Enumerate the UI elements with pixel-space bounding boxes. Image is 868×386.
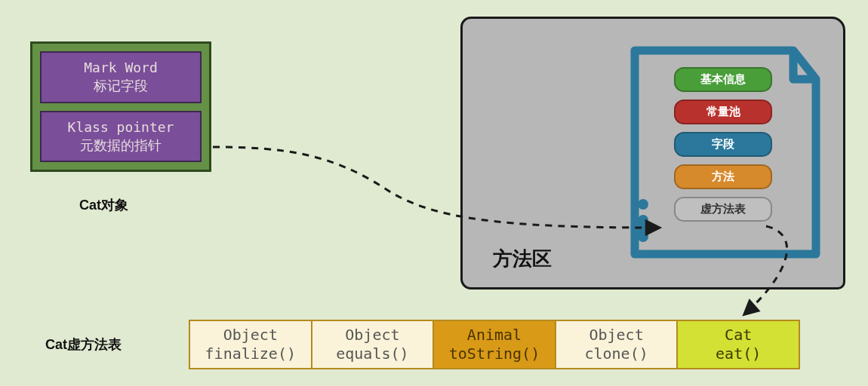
pill-field: 字段 xyxy=(674,132,772,157)
mark-word-en: Mark Word xyxy=(84,60,158,75)
vtable-cell: Object finalize() xyxy=(190,321,311,368)
pill-method: 方法 xyxy=(674,164,772,189)
pill-vtable: 虚方法表 xyxy=(674,197,772,222)
mark-word-cn: 标记字段 xyxy=(94,78,148,93)
vtable-label: Cat虚方法表 xyxy=(45,335,122,354)
klass-ptr-en: Klass pointer xyxy=(68,119,174,135)
pill-const: 常量池 xyxy=(674,100,772,124)
class-pills: 基本信息 常量池 字段 方法 虚方法表 xyxy=(674,67,772,222)
cat-object-label: Cat对象 xyxy=(79,196,128,214)
vtable-cell: Cat eat() xyxy=(676,321,799,368)
svg-point-0 xyxy=(638,199,648,210)
vtable-method: eat() xyxy=(679,345,797,363)
vtable-cell: Animal toString() xyxy=(432,321,555,368)
info-icon xyxy=(632,198,654,244)
vtable-cls: Object xyxy=(314,326,432,345)
method-area-box: 方法区 基本信息 常量池 字段 方法 虚方法表 xyxy=(460,17,845,290)
vtable-method: toString() xyxy=(436,345,553,363)
mark-word-field: Mark Word 标记字段 xyxy=(40,51,202,103)
vtable-cls: Object xyxy=(558,326,676,345)
vtable-method: finalize() xyxy=(192,345,309,363)
vtable-cls: Object xyxy=(192,326,309,345)
method-area-label: 方法区 xyxy=(493,246,552,272)
pill-basic: 基本信息 xyxy=(674,67,772,92)
vtable-cell: Object clone() xyxy=(555,321,677,368)
vtable-row: Object finalize() Object equals() Animal… xyxy=(189,320,800,369)
vtable-method: equals() xyxy=(314,345,432,363)
klass-ptr-cn: 元数据的指针 xyxy=(80,137,162,153)
vtable-cls: Cat xyxy=(679,326,797,345)
svg-rect-1 xyxy=(638,215,648,242)
vtable-cls: Animal xyxy=(436,326,553,345)
klass-pointer-field: Klass pointer 元数据的指针 xyxy=(40,111,202,163)
vtable-cell: Object equals() xyxy=(311,321,433,368)
vtable-method: clone() xyxy=(558,345,676,363)
cat-object-box: Mark Word 标记字段 Klass pointer 元数据的指针 xyxy=(30,41,211,172)
class-file-frame: 基本信息 常量池 字段 方法 虚方法表 xyxy=(621,44,825,263)
